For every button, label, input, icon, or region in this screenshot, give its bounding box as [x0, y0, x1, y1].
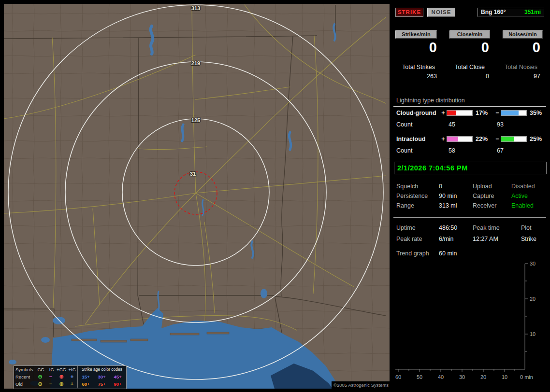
copyright-notice: ©2005 Astrogenic Systems — [332, 381, 391, 389]
distribution-section-title: Lightning type distribution — [396, 97, 465, 104]
graph-ticks — [398, 264, 528, 372]
noises-per-min-button[interactable]: Noises/min — [503, 30, 543, 39]
count-label: Count — [396, 147, 449, 154]
intracloud-row: Intracloud + 22% − 25% — [396, 136, 546, 142]
y-tick-10: 10 — [530, 331, 536, 337]
x-tick-50: 50 — [417, 374, 422, 380]
legend-header-row: Symbols -CG -IC +CG +IC Strike age color… — [14, 366, 126, 373]
age-30: 30+ — [94, 373, 110, 380]
old-neg-cg-icon: ⊖ — [35, 380, 45, 388]
ic-negative-bar-fill — [501, 137, 514, 141]
lightning-map[interactable]: 313 219 125 31 Symbols -CG -IC +CG +IC S… — [4, 4, 390, 389]
old-neg-ic-icon: − — [45, 380, 56, 388]
total-close-label: Total Close — [446, 64, 494, 70]
peak-time-label: Peak time — [473, 223, 521, 233]
legend-old-label: Old — [14, 380, 35, 388]
range-receiver-row: Range 313 mi Receiver Enabled — [393, 201, 546, 210]
x-tick-60: 60 — [395, 374, 401, 380]
capture-label: Capture — [473, 191, 511, 201]
legend-old-row: Old ⊖ − ⊕ + 60+ 75+ 90+ — [14, 380, 126, 388]
strikes-per-min-button[interactable]: Strikes/min — [395, 30, 437, 39]
persistence-value: 90 min — [439, 191, 473, 201]
range-ring-label: 313 — [191, 5, 200, 11]
age-15: 15+ — [78, 373, 94, 380]
bearing-readout: Bng 160° 351mi — [478, 8, 544, 17]
persistence-label: Persistence — [396, 191, 439, 201]
old-pos-ic-icon: + — [67, 380, 77, 388]
divider — [393, 217, 546, 218]
ic-negative-bar — [501, 136, 527, 142]
receiver-label: Receiver — [473, 201, 511, 210]
bearing-label: Bng 160° — [481, 8, 506, 16]
upload-label: Upload — [473, 182, 511, 191]
recent-neg-cg-icon: ⊖ — [35, 373, 45, 380]
close-per-min-button[interactable]: Close/min — [449, 30, 490, 39]
recent-pos-ic-icon: + — [67, 373, 77, 380]
legend-recent-row: Recent ⊖ − ⊕ + 15+ 30+ 45+ — [14, 373, 126, 380]
legend-col-neg-cg: -CG — [35, 366, 45, 373]
total-close-value: 0 — [447, 73, 489, 80]
graph-axes — [395, 264, 525, 369]
legend-col-neg-ic: -IC — [45, 366, 56, 373]
cloud-ground-label: Cloud-ground — [396, 110, 441, 116]
strike-toggle-button[interactable]: STRIKE — [395, 8, 423, 17]
y-tick-30: 30 — [530, 261, 536, 266]
uptime-row: Uptime 486:50 Peak time Plot — [393, 223, 546, 233]
trend-graph-label: Trend graph — [396, 249, 439, 258]
persistence-capture-row: Persistence 90 min Capture Active — [393, 191, 546, 201]
range-ring-label: 31 — [190, 171, 196, 177]
legend-recent-label: Recent — [14, 373, 35, 380]
x-tick-40: 40 — [438, 374, 444, 380]
legend-old-ages: 60+ 75+ 90+ — [77, 380, 126, 388]
strikes-per-min-value: 0 — [394, 40, 437, 56]
divider — [393, 106, 546, 107]
cg-negative-bar — [501, 110, 527, 116]
cg-positive-bar — [447, 110, 473, 116]
total-noises-label: Total Noises — [497, 64, 545, 70]
total-strikes-label: Total Strikes — [394, 64, 443, 70]
cg-positive-count: 45 — [449, 121, 497, 128]
peak-rate-row: Peak rate 6/min 12:27 AM Strike — [393, 234, 546, 244]
ic-positive-bar — [447, 136, 473, 142]
old-pos-cg-icon: ⊕ — [56, 380, 67, 388]
minus-sign: − — [495, 110, 500, 116]
x-tick-zero-min: 0 min — [520, 374, 533, 380]
legend-recent-ages: 15+ 30+ 45+ — [77, 373, 126, 380]
legend-age-section: Strike age color codes — [77, 366, 126, 373]
trend-graph: 30 20 10 60 50 40 30 20 10 0 min — [393, 260, 546, 386]
range-label: Range — [396, 201, 439, 210]
ic-positive-count: 58 — [449, 147, 497, 154]
plus-sign: + — [441, 110, 446, 116]
intracloud-label: Intracloud — [396, 136, 441, 142]
squelch-upload-row: Squelch 0 Upload Disabled — [393, 182, 546, 191]
x-tick-10: 10 — [502, 374, 507, 380]
minus-sign: − — [495, 136, 500, 142]
ic-positive-bar-fill — [447, 137, 458, 141]
x-tick-30: 30 — [459, 374, 465, 380]
total-strikes-value: 263 — [394, 73, 437, 80]
legend-col-pos-ic: +IC — [67, 366, 77, 373]
age-45: 45+ — [110, 373, 126, 380]
status-panel: STRIKE NOISE Bng 160° 351mi Strikes/min … — [393, 4, 546, 388]
plot-label: Plot — [521, 223, 532, 233]
bearing-range-value: 351mi — [524, 8, 541, 16]
cg-negative-bar-fill — [501, 111, 519, 115]
squelch-value: 0 — [439, 182, 473, 191]
capture-status: Active — [511, 191, 528, 201]
squelch-label: Squelch — [396, 182, 439, 191]
ic-negative-percent: 25% — [530, 136, 546, 142]
peak-rate-label: Peak rate — [396, 234, 439, 244]
range-value: 313 mi — [439, 201, 473, 210]
y-tick-20: 20 — [530, 296, 536, 302]
ic-negative-count: 67 — [497, 147, 504, 154]
range-ring-label: 219 — [191, 60, 200, 66]
datetime-display: 2/1/2026 7:04:56 PM — [394, 162, 547, 174]
legend-col-pos-cg: +CG — [56, 366, 67, 373]
noises-per-min-value: 0 — [498, 40, 540, 56]
age-90: 90+ — [110, 380, 126, 388]
intracloud-count-row: Count 58 67 — [396, 147, 504, 154]
receiver-status: Enabled — [511, 201, 534, 210]
total-noises-value: 97 — [498, 73, 540, 80]
noise-toggle-button[interactable]: NOISE — [427, 8, 455, 17]
upload-status: Disabled — [511, 182, 535, 191]
